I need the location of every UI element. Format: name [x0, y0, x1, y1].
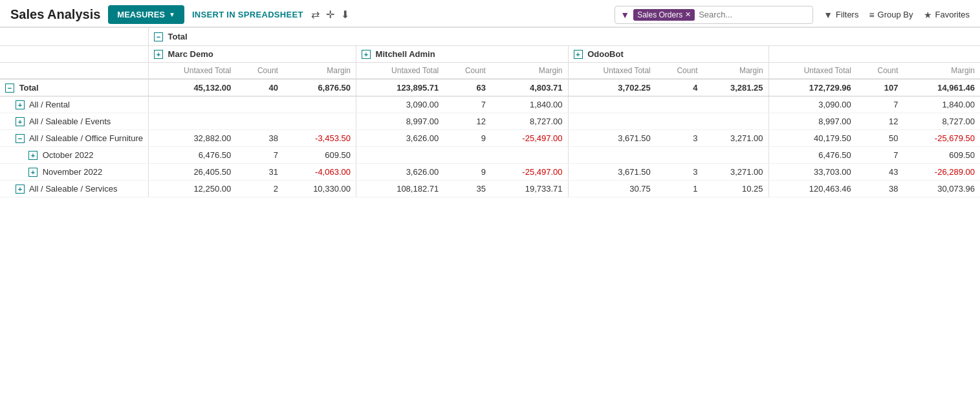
cell: [568, 96, 656, 113]
cell: 10.25: [702, 181, 768, 197]
measures-arrow-icon: ▼: [169, 11, 175, 18]
cell: 50: [856, 130, 904, 147]
cell: 19,733.71: [491, 181, 568, 197]
cell: -3,453.50: [283, 130, 356, 147]
md-count-header: Count: [236, 63, 283, 80]
row-label-text: November 2022: [43, 167, 103, 177]
cell: 108,182.71: [356, 181, 444, 197]
cell: 3,626.00: [356, 164, 444, 181]
search-input[interactable]: [699, 10, 807, 19]
odoobot-expand-icon[interactable]: +: [574, 50, 583, 59]
total-col-header: − Total: [148, 28, 980, 46]
mitchell-admin-label: Mitchell Admin: [376, 49, 435, 59]
cell: 12: [444, 113, 491, 130]
row-expand-icon[interactable]: +: [28, 168, 38, 177]
total-label: Total: [168, 32, 188, 41]
download-icon[interactable]: ⬇: [341, 8, 349, 21]
cell: 12: [856, 113, 904, 130]
cell: [148, 113, 236, 130]
cell: 3: [656, 164, 703, 181]
row-label: + All / Rental: [0, 96, 148, 113]
filter-icon: ▼: [620, 10, 629, 20]
row-label: − All / Saleable / Office Furniture: [0, 130, 148, 147]
table-row: + All / Rental 3,090.00 7 1,840.00 3,090…: [0, 96, 980, 113]
ma-margin-header: Margin: [491, 63, 568, 80]
row-label-text: October 2022: [43, 150, 94, 160]
cell: 7: [444, 96, 491, 113]
cell: 30,073.96: [904, 181, 980, 197]
total-group-header: [768, 46, 980, 63]
row-expand-icon[interactable]: +: [16, 100, 25, 109]
row-label-text: All / Saleable / Office Furniture: [29, 133, 143, 143]
cell: 7: [856, 147, 904, 164]
mitchell-admin-expand-icon[interactable]: +: [362, 50, 371, 59]
favorites-button[interactable]: ★ Favorites: [924, 10, 970, 20]
filters-button[interactable]: ▼ Filters: [823, 10, 858, 20]
row-label-header: [0, 63, 148, 80]
ob-untaxed-header: Untaxed Total: [568, 63, 656, 80]
cell: 30.75: [568, 181, 656, 197]
odoobot-label: OdooBot: [587, 49, 624, 59]
measures-button[interactable]: MEASURES ▼: [108, 5, 184, 24]
filter-funnel-icon: ▼: [823, 10, 833, 20]
row-label-text: All / Rental: [29, 100, 70, 109]
row-expand-icon[interactable]: +: [16, 185, 25, 194]
cell: 9: [444, 130, 491, 147]
row-label: + All / Saleable / Services: [0, 181, 148, 197]
cell: [236, 113, 283, 130]
cell: [702, 147, 768, 164]
group-by-button[interactable]: ≡ Group By: [869, 10, 913, 20]
top-bar-left: Sales Analysis MEASURES ▼ INSERT IN SPRE…: [10, 5, 349, 24]
cell: [236, 96, 283, 113]
cell: 3,271.00: [702, 130, 768, 147]
cell: 7: [236, 147, 283, 164]
group-by-icon: ≡: [869, 10, 874, 20]
row-label: + November 2022: [0, 164, 148, 181]
cell: 172,729.96: [768, 79, 856, 96]
top-bar: Sales Analysis MEASURES ▼ INSERT IN SPRE…: [0, 0, 980, 27]
cell: 8,997.00: [356, 113, 444, 130]
cell: -25,679.50: [904, 130, 980, 147]
marc-demo-expand-icon[interactable]: +: [154, 50, 163, 59]
row-expand-icon[interactable]: +: [28, 151, 38, 160]
group-odoobot: + OdooBot: [568, 46, 768, 63]
total-collapse-icon[interactable]: −: [154, 32, 163, 41]
cell: 14,961.46: [904, 79, 980, 96]
cell: -26,289.00: [904, 164, 980, 181]
favorites-label: Favorites: [935, 10, 970, 19]
cell: [283, 113, 356, 130]
cell: 8,727.00: [904, 113, 980, 130]
swap-icon[interactable]: ⇄: [311, 8, 320, 21]
row-collapse-icon[interactable]: −: [16, 134, 25, 143]
filter-tag-close[interactable]: ✕: [685, 10, 691, 19]
cell: [656, 96, 703, 113]
cell: 123,895.71: [356, 79, 444, 96]
measures-label: MEASURES: [117, 10, 165, 19]
row-label-text: All / Saleable / Events: [29, 117, 111, 126]
header-row-total: − Total: [0, 28, 980, 46]
cell: [568, 147, 656, 164]
table-container: − Total + Marc Demo + Mitchell Admin + O…: [0, 27, 980, 197]
cell: 3,090.00: [768, 96, 856, 113]
filter-tag[interactable]: Sales Orders ✕: [633, 9, 695, 21]
cell: 1,840.00: [904, 96, 980, 113]
md-margin-header: Margin: [283, 63, 356, 80]
total-row-expand-icon[interactable]: −: [5, 84, 14, 93]
cell: 12,250.00: [148, 181, 236, 197]
cell: 3: [656, 130, 703, 147]
cell: 7: [856, 96, 904, 113]
group-mitchell-admin: + Mitchell Admin: [356, 46, 568, 63]
insert-spreadsheet-button[interactable]: INSERT IN SPREADSHEET: [192, 10, 303, 19]
header-row-groups: + Marc Demo + Mitchell Admin + OdooBot: [0, 46, 980, 63]
move-icon[interactable]: ✛: [326, 8, 334, 21]
toolbar-icons: ⇄ ✛ ⬇: [311, 8, 349, 21]
ob-margin-header: Margin: [702, 63, 768, 80]
table-row: + All / Saleable / Events 8,997.00 12 8,…: [0, 113, 980, 130]
cell: 3,702.25: [568, 79, 656, 96]
table-row: + All / Saleable / Services 12,250.00 2 …: [0, 181, 980, 197]
cell: 609.50: [904, 147, 980, 164]
total-row-label: Total: [19, 83, 39, 93]
marc-demo-label: Marc Demo: [168, 49, 213, 59]
ma-untaxed-header: Untaxed Total: [356, 63, 444, 80]
row-expand-icon[interactable]: +: [16, 117, 25, 126]
